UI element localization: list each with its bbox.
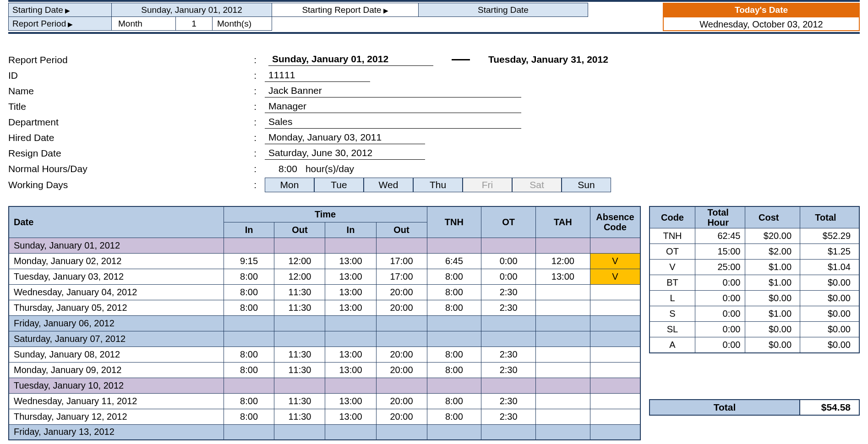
summary-total: $0.00 bbox=[800, 275, 859, 291]
report-period-num[interactable]: 1 bbox=[176, 17, 213, 31]
cell-time bbox=[325, 331, 376, 347]
cell-absence bbox=[590, 424, 640, 440]
cell-tnh: 8:00 bbox=[427, 269, 481, 284]
summary-table: Code Total Hour Cost Total TNH62:45$20.0… bbox=[649, 206, 860, 353]
param-table: Starting Date▶ Sunday, January 01, 2012 … bbox=[8, 3, 588, 31]
cell-time bbox=[325, 378, 376, 393]
summary-cost: $1.00 bbox=[745, 306, 800, 322]
cell-absence bbox=[590, 300, 640, 315]
working-days-lbl: Working Days bbox=[8, 179, 251, 190]
cell-time bbox=[224, 378, 274, 393]
cell-time: 13:00 bbox=[325, 347, 376, 362]
summary-total: $0.00 bbox=[800, 306, 859, 322]
cell-ot: 2:30 bbox=[481, 300, 536, 315]
summary-row: SL0:00$0.00$0.00 bbox=[650, 322, 859, 337]
cell-tah bbox=[535, 362, 590, 378]
cell-absence: V bbox=[590, 253, 640, 269]
cell-ot: 0:00 bbox=[481, 253, 536, 269]
cell-date: Wednesday, January 04, 2012 bbox=[9, 284, 224, 300]
grand-total-label: Total bbox=[649, 399, 800, 416]
cell-time: 8:00 bbox=[224, 284, 274, 300]
cell-absence bbox=[590, 284, 640, 300]
cell-tnh bbox=[427, 424, 481, 440]
cell-ot: 2:30 bbox=[481, 393, 536, 409]
cell-time bbox=[376, 315, 427, 331]
th-in1: In bbox=[224, 222, 274, 238]
working-days-row: MonTueWedThuFriSatSun bbox=[265, 178, 611, 192]
cell-time: 13:00 bbox=[325, 409, 376, 424]
summary-total: $52.29 bbox=[800, 228, 859, 244]
summary-code: S bbox=[650, 306, 695, 322]
cell-ot: 2:30 bbox=[481, 409, 536, 424]
cell-tnh: 8:00 bbox=[427, 300, 481, 315]
cell-time bbox=[376, 378, 427, 393]
cell-tnh: 8:00 bbox=[427, 284, 481, 300]
weekday-mon: Mon bbox=[265, 178, 314, 192]
th-tah: TAH bbox=[535, 206, 590, 238]
cell-time bbox=[376, 424, 427, 440]
normal-hours-value: 8:00 hour(s)/day bbox=[265, 163, 354, 174]
summary-total: $0.00 bbox=[800, 337, 859, 353]
cell-date: Monday, January 02, 2012 bbox=[9, 253, 224, 269]
timesheet-row: Monday, January 02, 20129:1512:0013:0017… bbox=[9, 253, 640, 269]
cell-date: Friday, January 13, 2012 bbox=[9, 424, 224, 440]
timesheet-row: Wednesday, January 04, 20128:0011:3013:0… bbox=[9, 284, 640, 300]
summary-th: 0:00 bbox=[695, 275, 745, 291]
name-lbl: Name bbox=[8, 86, 251, 97]
summary-total: $1.25 bbox=[800, 244, 859, 260]
cell-ot bbox=[481, 331, 536, 347]
summary-row: V25:00$1.00$1.04 bbox=[650, 260, 859, 275]
summary-th: 0:00 bbox=[695, 306, 745, 322]
cell-ot bbox=[481, 378, 536, 393]
cell-absence: V bbox=[590, 269, 640, 284]
cell-time: 17:00 bbox=[376, 253, 427, 269]
cell-time bbox=[224, 331, 274, 347]
cell-time bbox=[274, 238, 325, 253]
summary-cost: $1.00 bbox=[745, 260, 800, 275]
summary-th: 62:45 bbox=[695, 228, 745, 244]
cell-absence bbox=[590, 409, 640, 424]
name-value: Jack Banner bbox=[265, 85, 521, 97]
cell-time: 11:30 bbox=[274, 409, 325, 424]
triangle-right-icon: ▶ bbox=[65, 7, 70, 14]
summary-th: 0:00 bbox=[695, 322, 745, 337]
cell-tah bbox=[535, 393, 590, 409]
starting-report-date-value[interactable]: Starting Date bbox=[419, 3, 588, 17]
starting-date-value[interactable]: Sunday, January 01, 2012 bbox=[112, 3, 272, 17]
cell-time bbox=[224, 424, 274, 440]
timesheet-row: Thursday, January 05, 20128:0011:3013:00… bbox=[9, 300, 640, 315]
cell-date: Tuesday, January 10, 2012 bbox=[9, 378, 224, 393]
cell-time bbox=[274, 424, 325, 440]
cell-time: 8:00 bbox=[224, 409, 274, 424]
id-lbl: ID bbox=[8, 70, 251, 81]
timesheet-row: Sunday, January 08, 20128:0011:3013:0020… bbox=[9, 347, 640, 362]
resign-lbl: Resign Date bbox=[8, 148, 251, 159]
summary-code: TNH bbox=[650, 228, 695, 244]
cell-time: 17:00 bbox=[376, 269, 427, 284]
cell-time: 11:30 bbox=[274, 300, 325, 315]
summary-total: $0.00 bbox=[800, 291, 859, 306]
cell-time: 20:00 bbox=[376, 300, 427, 315]
dept-lbl: Department bbox=[8, 117, 251, 128]
summary-code: OT bbox=[650, 244, 695, 260]
th-tnh: TNH bbox=[427, 206, 481, 238]
starting-report-date-label: Starting Report Date▶ bbox=[272, 3, 419, 17]
cell-tah bbox=[535, 347, 590, 362]
cell-tnh: 8:00 bbox=[427, 409, 481, 424]
cell-time bbox=[224, 238, 274, 253]
cell-time: 11:30 bbox=[274, 347, 325, 362]
report-period-lbl: Report Period bbox=[8, 54, 251, 65]
report-period-unit[interactable]: Month bbox=[112, 17, 176, 31]
cell-time: 12:00 bbox=[274, 253, 325, 269]
cell-date: Friday, January 06, 2012 bbox=[9, 315, 224, 331]
today-label: Today's Date bbox=[663, 3, 860, 16]
th-time: Time bbox=[224, 206, 427, 222]
timesheet-row: Monday, January 09, 20128:0011:3013:0020… bbox=[9, 362, 640, 378]
report-period-suffix: Month(s) bbox=[213, 17, 272, 31]
cell-time bbox=[274, 378, 325, 393]
cell-ot: 2:30 bbox=[481, 347, 536, 362]
cell-time: 8:00 bbox=[224, 347, 274, 362]
weekday-wed: Wed bbox=[364, 178, 413, 192]
cell-date: Sunday, January 01, 2012 bbox=[9, 238, 224, 253]
cell-tnh bbox=[427, 238, 481, 253]
